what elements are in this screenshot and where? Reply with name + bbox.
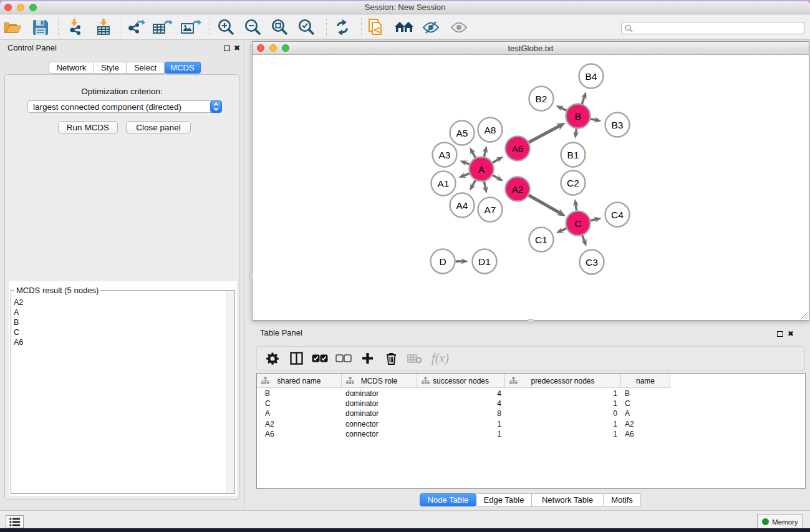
table-row-B[interactable]: Bdominator41B <box>257 389 670 399</box>
node-B[interactable]: B <box>566 104 591 128</box>
resize-grip-icon[interactable] <box>800 311 808 319</box>
mcds-result-legend: MCDS result (5 nodes) <box>14 286 100 295</box>
node-C4[interactable]: C4 <box>605 203 630 227</box>
node-A2[interactable]: A2 <box>506 177 530 201</box>
delete-table-button[interactable] <box>403 349 427 368</box>
table-tab-edge-table[interactable]: Edge Table <box>476 493 532 506</box>
edge-A6-B[interactable] <box>529 125 561 143</box>
zoom-in-button[interactable] <box>215 18 236 37</box>
export-image-button[interactable] <box>180 18 201 37</box>
mcds-result-item[interactable]: C <box>14 327 226 337</box>
column-header-predecessor-nodes[interactable]: predecessor nodes <box>505 374 621 388</box>
table-tab-network-table[interactable]: Network Table <box>532 493 604 506</box>
memory-button[interactable]: Memory <box>757 515 803 528</box>
import-network-button[interactable] <box>65 18 86 37</box>
node-C1[interactable]: C1 <box>529 228 554 252</box>
table-row-A6[interactable]: A6connector11A6 <box>257 429 670 439</box>
mcds-result-item[interactable]: A6 <box>14 337 226 347</box>
close-panel-icon[interactable]: ✖ <box>234 44 240 52</box>
table-tab-motifs[interactable]: Motifs <box>604 493 641 506</box>
edge-A2-C[interactable] <box>529 195 561 214</box>
column-header-name[interactable]: name <box>621 374 670 388</box>
node-B2[interactable]: B2 <box>529 87 554 111</box>
refresh-button[interactable] <box>332 18 353 37</box>
cell-name: A2 <box>621 419 670 429</box>
tab-select[interactable]: Select <box>127 62 165 74</box>
mcds-result-list[interactable]: A2ABCA6 <box>14 297 226 493</box>
cell-predecessor-nodes: 1 <box>505 399 621 409</box>
cell-shared-name: A <box>257 409 342 418</box>
edge-B-B1[interactable] <box>576 128 576 134</box>
node-A8[interactable]: A8 <box>478 118 503 142</box>
save-session-button[interactable] <box>30 18 51 37</box>
node-label: C1 <box>535 235 547 245</box>
zoom-fit-button[interactable] <box>269 18 290 37</box>
table-tab-node-table[interactable]: Node Table <box>420 493 476 506</box>
node-A[interactable]: A <box>470 157 494 181</box>
node-A6[interactable]: A6 <box>506 137 530 161</box>
table-row-C[interactable]: Cdominator41C <box>257 399 670 409</box>
node-C2[interactable]: C2 <box>561 171 586 195</box>
zoom-selected-button[interactable] <box>296 18 317 37</box>
node-A7[interactable]: A7 <box>478 198 503 222</box>
cell-MCDS-role: connector <box>342 429 417 439</box>
node-label: B1 <box>567 150 579 160</box>
refresh-icon <box>334 19 351 36</box>
tab-network[interactable]: Network <box>49 62 94 74</box>
close-table-panel-icon[interactable]: ✖ <box>788 329 794 338</box>
search-input[interactable] <box>633 23 804 33</box>
tab-style[interactable]: Style <box>94 62 127 74</box>
node-C3[interactable]: C3 <box>580 250 604 274</box>
node-D[interactable]: D <box>431 249 455 274</box>
table-row-A[interactable]: Adominator80A <box>257 409 670 418</box>
import-table-button[interactable] <box>93 18 114 37</box>
export-network-button[interactable] <box>125 18 147 37</box>
mcds-result-item[interactable]: B <box>14 317 226 327</box>
export-table-button[interactable] <box>152 18 173 37</box>
float-table-panel-icon[interactable] <box>777 331 783 337</box>
column-header-shared-name[interactable]: shared name <box>257 374 342 388</box>
optimization-criterion-dropdown[interactable]: largest connected component (directed) <box>27 100 222 113</box>
table-row-A2[interactable]: A2connector11A2 <box>257 419 670 429</box>
open-session-button[interactable] <box>2 18 24 37</box>
table-settings-button[interactable] <box>261 349 284 368</box>
network-canvas[interactable]: B4B2BB3A5A8A6B1A3AA1C2A2A4A7C4CC1C3DD1 <box>253 56 809 320</box>
function-builder-button[interactable]: f(x) <box>427 349 454 368</box>
hide-selected-button[interactable] <box>420 18 441 37</box>
tab-mcds[interactable]: MCDS <box>165 62 201 74</box>
node-A5[interactable]: A5 <box>450 121 475 145</box>
network-window-titlebar[interactable]: testGlobe.txt <box>253 42 809 55</box>
deselect-all-button[interactable] <box>332 349 355 368</box>
show-panels-button[interactable] <box>6 515 24 528</box>
toggle-panes-button[interactable] <box>284 349 308 368</box>
node-C[interactable]: C <box>566 211 591 236</box>
delete-column-button[interactable] <box>379 349 403 368</box>
close-panel-button[interactable]: Close panel <box>126 121 191 133</box>
node-label: A4 <box>456 200 468 211</box>
column-header-successor-nodes[interactable]: successor nodes <box>417 374 505 388</box>
float-panel-icon[interactable] <box>224 46 230 51</box>
add-column-button[interactable] <box>355 349 379 368</box>
node-B1[interactable]: B1 <box>561 143 586 167</box>
node-A4[interactable]: A4 <box>450 193 475 218</box>
result-scrollbar-track[interactable] <box>226 291 234 493</box>
node-A1[interactable]: A1 <box>432 172 456 196</box>
select-all-button[interactable] <box>308 349 332 368</box>
mcds-result-item[interactable]: A <box>14 307 226 317</box>
column-header-MCDS-role[interactable]: MCDS role <box>342 374 417 388</box>
first-neighbors-button[interactable] <box>393 18 415 37</box>
mcds-result-item[interactable]: A2 <box>14 297 226 307</box>
node-A3[interactable]: A3 <box>433 143 457 167</box>
duplicate-network-button[interactable] <box>365 18 387 37</box>
node-D1[interactable]: D1 <box>473 249 497 274</box>
import-table-icon <box>94 18 113 37</box>
run-mcds-button[interactable]: Run MCDS <box>58 121 118 133</box>
frame-bottom-handle[interactable] <box>528 319 534 323</box>
node-B3[interactable]: B3 <box>605 113 630 137</box>
node-B4[interactable]: B4 <box>579 64 604 89</box>
edge-C-C2[interactable] <box>576 203 577 210</box>
search-field[interactable] <box>621 22 804 34</box>
zoom-out-button[interactable] <box>242 18 263 37</box>
frame-left-handle[interactable] <box>249 273 253 279</box>
show-all-button[interactable] <box>448 18 470 37</box>
